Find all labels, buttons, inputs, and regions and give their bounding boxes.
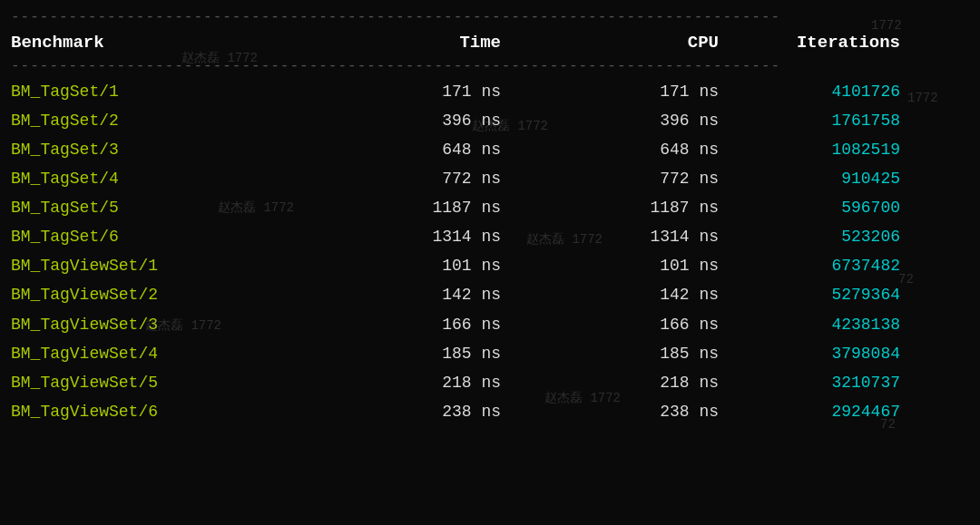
cell-iterations: 3798084 <box>737 342 900 365</box>
table-row: BM_TagViewSet/4 185 ns 185 ns 3798084 <box>11 339 969 368</box>
cell-time: 166 ns <box>301 313 537 336</box>
cell-cpu: 166 ns <box>537 313 737 336</box>
cell-time: 648 ns <box>301 138 537 161</box>
table-row: BM_TagSet/3 648 ns 648 ns 1082519 <box>11 135 969 164</box>
cell-cpu: 171 ns <box>537 80 737 103</box>
cell-benchmark: BM_TagSet/4 <box>11 167 301 190</box>
cell-benchmark: BM_TagViewSet/4 <box>11 342 301 365</box>
cell-iterations: 4238138 <box>737 313 900 336</box>
cell-time: 238 ns <box>301 400 537 423</box>
cell-benchmark: BM_TagSet/5 <box>11 196 301 219</box>
cell-benchmark: BM_TagViewSet/1 <box>11 254 301 277</box>
cell-iterations: 596700 <box>737 196 900 219</box>
header-time: Time <box>301 33 537 53</box>
cell-time: 171 ns <box>301 80 537 103</box>
cell-benchmark: BM_TagSet/2 <box>11 109 301 132</box>
cell-iterations: 4101726 <box>737 80 900 103</box>
cell-time: 396 ns <box>301 109 537 132</box>
table-body: BM_TagSet/1 171 ns 171 ns 4101726 BM_Tag… <box>11 77 969 426</box>
cell-iterations: 2924467 <box>737 400 900 423</box>
cell-benchmark: BM_TagSet/1 <box>11 80 301 103</box>
cell-cpu: 142 ns <box>537 283 737 306</box>
cell-cpu: 396 ns <box>537 109 737 132</box>
cell-cpu: 101 ns <box>537 254 737 277</box>
table-row: BM_TagViewSet/6 238 ns 238 ns 2924467 <box>11 397 969 426</box>
cell-benchmark: BM_TagSet/6 <box>11 225 301 248</box>
cell-benchmark: BM_TagViewSet/2 <box>11 283 301 306</box>
cell-iterations: 5279364 <box>737 283 900 306</box>
table-row: BM_TagSet/4 772 ns 772 ns 910425 <box>11 164 969 193</box>
table-row: BM_TagViewSet/3 166 ns 166 ns 4238138 <box>11 310 969 339</box>
cell-time: 1187 ns <box>301 196 537 219</box>
cell-cpu: 218 ns <box>537 371 737 394</box>
cell-benchmark: BM_TagViewSet/5 <box>11 371 301 394</box>
table-header: Benchmark Time CPU Iterations <box>11 27 969 56</box>
cell-cpu: 1314 ns <box>537 225 737 248</box>
table-row: BM_TagSet/6 1314 ns 1314 ns 523206 <box>11 222 969 251</box>
cell-iterations: 6737482 <box>737 254 900 277</box>
cell-cpu: 185 ns <box>537 342 737 365</box>
top-divider: ----------------------------------------… <box>11 7 969 27</box>
header-benchmark: Benchmark <box>11 33 301 53</box>
cell-cpu: 238 ns <box>537 400 737 423</box>
cell-iterations: 3210737 <box>737 371 900 394</box>
table-row: BM_TagSet/5 1187 ns 1187 ns 596700 <box>11 193 969 222</box>
cell-iterations: 1761758 <box>737 109 900 132</box>
table-row: BM_TagSet/1 171 ns 171 ns 4101726 <box>11 77 969 106</box>
cell-time: 142 ns <box>301 283 537 306</box>
cell-time: 218 ns <box>301 371 537 394</box>
header-cpu: CPU <box>537 33 737 53</box>
table-row: BM_TagSet/2 396 ns 396 ns 1761758 <box>11 106 969 135</box>
cell-iterations: 910425 <box>737 167 900 190</box>
cell-benchmark: BM_TagViewSet/3 <box>11 313 301 336</box>
cell-cpu: 648 ns <box>537 138 737 161</box>
cell-iterations: 523206 <box>737 225 900 248</box>
cell-time: 1314 ns <box>301 225 537 248</box>
cell-time: 185 ns <box>301 342 537 365</box>
header-divider: ----------------------------------------… <box>11 56 969 76</box>
cell-benchmark: BM_TagSet/3 <box>11 138 301 161</box>
cell-time: 101 ns <box>301 254 537 277</box>
cell-cpu: 1187 ns <box>537 196 737 219</box>
cell-benchmark: BM_TagViewSet/6 <box>11 400 301 423</box>
table-row: BM_TagViewSet/5 218 ns 218 ns 3210737 <box>11 368 969 397</box>
table-row: BM_TagViewSet/1 101 ns 101 ns 6737482 <box>11 251 969 280</box>
cell-iterations: 1082519 <box>737 138 900 161</box>
benchmark-table: ----------------------------------------… <box>0 0 980 433</box>
header-iterations: Iterations <box>737 33 900 53</box>
table-row: BM_TagViewSet/2 142 ns 142 ns 5279364 <box>11 280 969 309</box>
cell-time: 772 ns <box>301 167 537 190</box>
cell-cpu: 772 ns <box>537 167 737 190</box>
